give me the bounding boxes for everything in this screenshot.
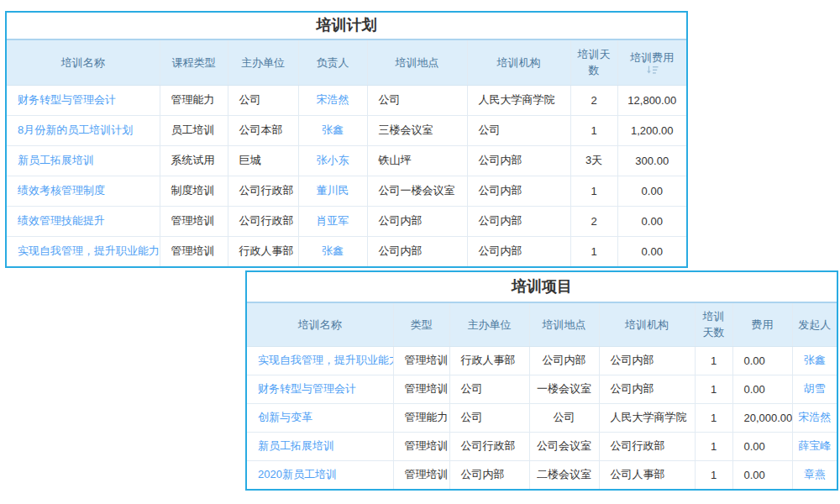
fee-cell: 0.00 — [732, 346, 792, 375]
col-header-location: 培训地点 — [367, 39, 467, 85]
location-cell: 三楼会议室 — [367, 115, 467, 145]
training-project-title: 培训项目 — [247, 272, 837, 302]
days-cell: 1 — [695, 403, 732, 432]
days-cell: 1 — [695, 432, 732, 460]
host-unit-cell: 公司 — [449, 403, 529, 432]
days-cell: 1 — [570, 115, 617, 145]
location-cell: 公司 — [367, 85, 467, 115]
location-cell: 二楼会议室 — [529, 460, 599, 489]
days-cell: 1 — [570, 236, 617, 266]
training-project-panel: 培训项目 培训名称 类型 主办单位 培训地点 培训机构 培训天数 费用 发起人 … — [245, 270, 838, 491]
table-row: 8月份新的员工培训计划 员工培训 公司本部 张鑫 三楼会议室 公司 1 1,20… — [7, 115, 686, 145]
location-cell: 公司内部 — [367, 206, 467, 236]
course-type-cell: 制度培训 — [160, 176, 228, 206]
col-header-fee[interactable]: 培训费用 — [617, 39, 686, 85]
person-in-charge-link[interactable]: 张小东 — [298, 145, 367, 176]
training-name-link[interactable]: 新员工拓展培训 — [7, 145, 160, 176]
table-row: 绩效考核管理制度 制度培训 公司行政部 董川民 公司一楼会议室 公司内部 1 0… — [7, 176, 686, 206]
institution-cell: 公司内部 — [599, 375, 695, 403]
training-name-link[interactable]: 2020新员工培训 — [247, 460, 393, 489]
training-project-table: 培训名称 类型 主办单位 培训地点 培训机构 培训天数 费用 发起人 实现自我管… — [247, 302, 837, 489]
host-unit-cell: 公司行政部 — [228, 176, 298, 206]
training-name-link[interactable]: 8月份新的员工培训计划 — [7, 115, 160, 145]
location-cell: 公司一楼会议室 — [367, 176, 467, 206]
col-header-training-name: 培训名称 — [7, 39, 160, 85]
table-row: 绩效管理技能提升 管理培训 公司行政部 肖亚军 公司内部 公司内部 2 0.00 — [7, 206, 686, 236]
initiator-link[interactable]: 张鑫 — [792, 346, 837, 375]
fee-cell: 0.00 — [617, 176, 686, 206]
person-in-charge-link[interactable]: 张鑫 — [298, 115, 367, 145]
training-name-link[interactable]: 财务转型与管理会计 — [247, 375, 393, 403]
initiator-link[interactable]: 章燕 — [792, 460, 837, 489]
location-cell: 公司 — [529, 403, 599, 432]
col-header-days: 培训天数 — [695, 302, 732, 346]
col-header-training-name: 培训名称 — [247, 302, 393, 346]
training-name-link[interactable]: 绩效管理技能提升 — [7, 206, 160, 236]
institution-cell: 公司 — [467, 115, 570, 145]
table-row: 实现自我管理，提升职业能力 管理培训 行政人事部 公司内部 公司内部 1 0.0… — [247, 346, 837, 375]
type-cell: 管理能力 — [393, 403, 449, 432]
fee-cell: 0.00 — [732, 460, 792, 489]
col-header-fee-label: 培训费用 — [630, 51, 674, 64]
days-cell: 3天 — [570, 145, 617, 176]
col-header-course-type: 课程类型 — [160, 39, 228, 85]
fee-cell: 0.00 — [617, 236, 686, 266]
training-name-link[interactable]: 绩效考核管理制度 — [7, 176, 160, 206]
host-unit-cell: 公司行政部 — [449, 432, 529, 460]
person-in-charge-link[interactable]: 肖亚军 — [298, 206, 367, 236]
sort-amount-icon[interactable] — [623, 66, 682, 76]
location-cell: 公司会议室 — [529, 432, 599, 460]
col-header-institution: 培训机构 — [467, 39, 570, 85]
initiator-link[interactable]: 宋浩然 — [792, 403, 837, 432]
type-cell: 管理培训 — [393, 375, 449, 403]
fee-cell: 20,000.00 — [732, 403, 792, 432]
course-type-cell: 管理能力 — [160, 85, 228, 115]
host-unit-cell: 公司内部 — [449, 460, 529, 489]
training-name-link[interactable]: 新员工拓展培训 — [247, 432, 393, 460]
location-cell: 一楼会议室 — [529, 375, 599, 403]
fee-cell: 1,200.00 — [617, 115, 686, 145]
training-plan-title: 培训计划 — [7, 13, 686, 39]
col-header-host-unit: 主办单位 — [228, 39, 298, 85]
days-cell: 2 — [570, 206, 617, 236]
table-row: 2020新员工培训 管理培训 公司内部 二楼会议室 公司人事部 1 0.00 章… — [247, 460, 837, 489]
institution-cell: 公司内部 — [599, 346, 695, 375]
host-unit-cell: 行政人事部 — [449, 346, 529, 375]
institution-cell: 人民大学商学院 — [467, 85, 570, 115]
host-unit-cell: 公司 — [449, 375, 529, 403]
host-unit-cell: 公司本部 — [228, 115, 298, 145]
person-in-charge-link[interactable]: 董川民 — [298, 176, 367, 206]
training-name-link[interactable]: 财务转型与管理会计 — [7, 85, 160, 115]
training-name-link[interactable]: 实现自我管理，提升职业能力 — [247, 346, 393, 375]
table-row: 新员工拓展培训 系统试用 巨城 张小东 铁山坪 公司内部 3天 300.00 — [7, 145, 686, 176]
person-in-charge-link[interactable]: 宋浩然 — [298, 85, 367, 115]
location-cell: 公司内部 — [367, 236, 467, 266]
training-name-link[interactable]: 实现自我管理，提升职业能力 — [7, 236, 160, 266]
institution-cell: 公司行政部 — [599, 432, 695, 460]
location-cell: 公司内部 — [529, 346, 599, 375]
fee-cell: 0.00 — [732, 375, 792, 403]
col-header-person-in-charge: 负责人 — [298, 39, 367, 85]
training-plan-panel: 培训计划 培训名称 课程类型 主办单位 负责人 培训地点 培训机构 培训天数 培… — [5, 11, 688, 268]
training-name-link[interactable]: 创新与变革 — [247, 403, 393, 432]
fee-cell: 300.00 — [617, 145, 686, 176]
host-unit-cell: 公司 — [228, 85, 298, 115]
initiator-link[interactable]: 薛宝峰 — [792, 432, 837, 460]
institution-cell: 公司人事部 — [599, 460, 695, 489]
initiator-link[interactable]: 胡雪 — [792, 375, 837, 403]
course-type-cell: 系统试用 — [160, 145, 228, 176]
type-cell: 管理培训 — [393, 432, 449, 460]
days-cell: 2 — [570, 85, 617, 115]
location-cell: 铁山坪 — [367, 145, 467, 176]
person-in-charge-link[interactable]: 张鑫 — [298, 236, 367, 266]
col-header-fee: 费用 — [732, 302, 792, 346]
course-type-cell: 员工培训 — [160, 115, 228, 145]
training-plan-table: 培训名称 课程类型 主办单位 负责人 培训地点 培训机构 培训天数 培训费用 — [7, 39, 686, 266]
days-cell: 1 — [695, 375, 732, 403]
course-type-cell: 管理培训 — [160, 206, 228, 236]
table-row: 新员工拓展培训 管理培训 公司行政部 公司会议室 公司行政部 1 0.00 薛宝… — [247, 432, 837, 460]
table-row: 创新与变革 管理能力 公司 公司 人民大学商学院 1 20,000.00 宋浩然 — [247, 403, 837, 432]
days-cell: 1 — [570, 176, 617, 206]
institution-cell: 公司内部 — [467, 206, 570, 236]
table-row: 实现自我管理，提升职业能力 管理培训 行政人事部 张鑫 公司内部 公司内部 1 … — [7, 236, 686, 266]
